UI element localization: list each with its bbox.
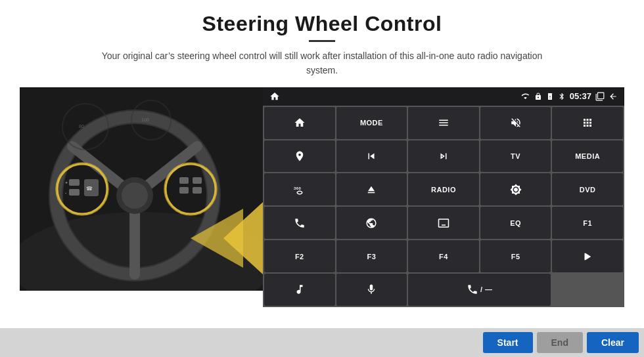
btn-f5[interactable]: F5 <box>480 240 551 272</box>
svg-rect-20 <box>179 187 189 194</box>
btn-media[interactable]: MEDIA <box>552 140 623 173</box>
clear-button[interactable]: Clear <box>587 332 639 353</box>
svg-text:+: + <box>65 180 68 185</box>
status-right: 05:37 <box>521 91 618 101</box>
btn-mic[interactable] <box>336 274 407 306</box>
btn-f2[interactable]: F2 <box>264 240 335 272</box>
button-grid: MODE TV <box>263 106 624 307</box>
svg-rect-13 <box>69 179 80 186</box>
btn-dvd[interactable]: DVD <box>552 173 623 205</box>
home-status-icon <box>269 91 280 102</box>
svg-rect-22 <box>193 187 202 194</box>
lock-icon <box>534 93 542 100</box>
btn-eject[interactable] <box>336 173 407 205</box>
btn-360cam[interactable]: 360 <box>264 173 335 205</box>
btn-mute[interactable] <box>480 107 551 139</box>
svg-point-8 <box>122 182 148 209</box>
btn-radio[interactable]: RADIO <box>408 173 479 205</box>
btn-call[interactable]: / — <box>408 274 551 306</box>
btn-phone[interactable] <box>264 207 335 239</box>
steering-wheel-image: + - ☎ 80 100 <box>20 87 263 291</box>
btn-gps[interactable] <box>336 207 407 239</box>
btn-next[interactable] <box>408 140 479 173</box>
title-section: Steering Wheel Control Your original car… <box>20 12 624 87</box>
end-button[interactable]: End <box>537 332 583 353</box>
page-title: Steering Wheel Control <box>20 12 624 36</box>
btn-playpause[interactable] <box>552 240 623 272</box>
btn-tv[interactable]: TV <box>480 140 551 173</box>
svg-text:100: 100 <box>141 117 149 122</box>
wifi-icon <box>521 92 530 101</box>
svg-rect-21 <box>193 177 202 184</box>
bluetooth-icon <box>558 93 566 100</box>
btn-f4[interactable]: F4 <box>408 240 479 272</box>
btn-f1[interactable]: F1 <box>552 207 623 239</box>
svg-rect-19 <box>179 177 189 184</box>
sim-icon <box>546 93 554 100</box>
svg-text:☎: ☎ <box>86 186 93 192</box>
btn-apps[interactable] <box>552 107 623 139</box>
title-divider <box>309 40 335 42</box>
btn-navigate[interactable] <box>264 140 335 173</box>
btn-mode[interactable]: MODE <box>336 107 407 139</box>
btn-home[interactable] <box>264 107 335 139</box>
radio-panel: 05:37 MODE <box>263 87 624 307</box>
screenshot-icon <box>595 92 605 101</box>
btn-screen[interactable] <box>408 207 479 239</box>
btn-eq[interactable]: EQ <box>480 207 551 239</box>
status-left <box>269 91 280 102</box>
btn-prev[interactable] <box>336 140 407 173</box>
svg-text:360: 360 <box>294 186 301 190</box>
content-row: + - ☎ 80 100 <box>20 87 624 307</box>
page-wrapper: Steering Wheel Control Your original car… <box>0 0 644 357</box>
btn-brightness[interactable] <box>480 173 551 205</box>
start-button[interactable]: Start <box>483 332 533 353</box>
btn-menu[interactable] <box>408 107 479 139</box>
subtitle: Your original car’s steering wheel contr… <box>99 49 545 78</box>
btn-f3[interactable]: F3 <box>336 240 407 272</box>
back-icon <box>609 92 618 101</box>
btn-music[interactable] <box>264 274 335 306</box>
action-bar: Start End Clear <box>0 328 644 357</box>
status-time: 05:37 <box>570 91 591 101</box>
svg-rect-14 <box>69 189 80 196</box>
status-bar: 05:37 <box>263 87 624 106</box>
svg-text:80: 80 <box>79 124 84 129</box>
